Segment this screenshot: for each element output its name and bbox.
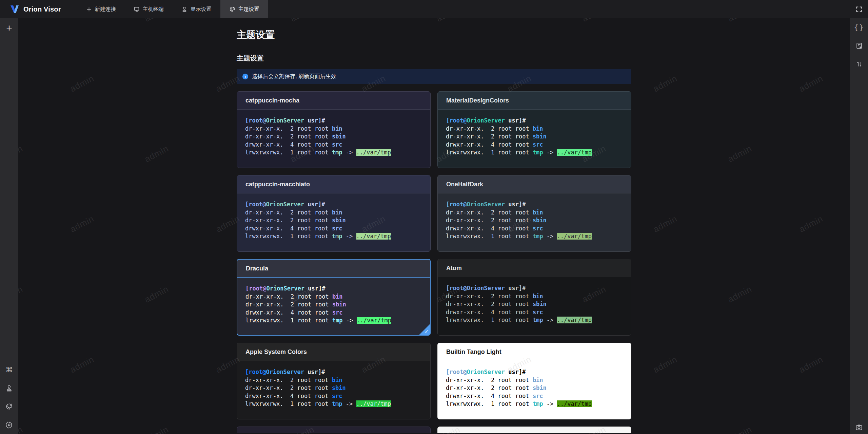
- tab-bar: 新建连接 主机终端 显示设置 主题设置: [77, 0, 268, 18]
- terminal-line: drwxr-xr-x. 4 root root src: [245, 309, 422, 317]
- camera-icon[interactable]: [855, 426, 863, 434]
- palette-icon: [229, 6, 235, 12]
- theme-name: catppuccin-macchiato: [245, 181, 310, 188]
- theme-name: Apple System Colors: [245, 348, 307, 356]
- tab-new-connection[interactable]: 新建连接: [77, 0, 125, 18]
- terminal-preview: [root@OrionServer usr]#dr-xr-xr-x. 2 roo…: [237, 361, 430, 408]
- tab-display-settings[interactable]: 显示设置: [173, 0, 220, 18]
- terminal-line: lrwxrwxrwx. 1 root root tmp -> ../var/tm…: [245, 149, 422, 157]
- symlink-target: ../var/tmp: [356, 149, 391, 156]
- watermark-text: admin: [68, 213, 96, 235]
- terminal-preview: [root@OrionServer usr]#dr-xr-xr-x. 2 roo…: [237, 278, 430, 325]
- terminal-prompt: [root@OrionServer usr]#: [245, 117, 422, 125]
- watermark-text: admin: [726, 424, 754, 434]
- watermark-text: admin: [18, 143, 25, 165]
- terminal-line: dr-xr-xr-x. 2 root root bin: [245, 376, 422, 384]
- watermark-text: admin: [68, 73, 96, 94]
- theme-name: Dracula: [246, 265, 268, 272]
- terminal-line: dr-xr-xr-x. 2 root root sbin: [446, 384, 623, 392]
- watermark-text: admin: [651, 213, 679, 235]
- symlink-target: ../var/tmp: [356, 233, 391, 240]
- tab-label: 显示设置: [191, 6, 212, 13]
- right-rail: {}: [850, 18, 868, 434]
- theme-card[interactable]: Apple System Colors[root@OrionServer usr…: [237, 343, 431, 419]
- stamp-icon: [181, 6, 188, 12]
- sort-arrows-icon[interactable]: [855, 60, 863, 68]
- monitor-icon: [134, 6, 140, 12]
- section-title: 主题设置: [237, 54, 631, 63]
- check-icon: ✓: [425, 329, 429, 334]
- terminal-line: lrwxrwxrwx. 1 root root tmp -> ../var/tm…: [446, 149, 623, 157]
- terminal-prompt: [root@OrionServer usr]#: [245, 285, 422, 293]
- plus-icon[interactable]: +: [6, 23, 12, 33]
- tab-host-terminal[interactable]: 主机终端: [125, 0, 173, 18]
- top-bar: Orion Visor 新建连接 主机终端 显示设置 主题设置: [0, 0, 868, 18]
- symlink-target: ../var/tmp: [557, 149, 592, 156]
- terminal-line: drwxr-xr-x. 4 root root src: [245, 141, 422, 149]
- main-content: 主题设置 主题设置 i 选择后会立刻保存, 刷新页面后生效 catppuccin…: [18, 18, 850, 434]
- theme-card[interactable]: Builtin Tango Light[root@OrionServer usr…: [437, 343, 631, 419]
- theme-card[interactable]: catppuccin-mocha[root@OrionServer usr]#d…: [237, 91, 431, 168]
- terminal-preview: [root@OrionServer usr]#dr-xr-xr-x. 2 roo…: [438, 110, 631, 157]
- theme-card-header: Builtin Tango Light: [438, 343, 631, 361]
- stamp-icon[interactable]: [5, 384, 13, 392]
- theme-card-partial[interactable]: [237, 427, 431, 433]
- terminal-line: dr-xr-xr-x. 2 root root sbin: [446, 133, 623, 141]
- terminal-prompt: [root@OrionServer usr]#: [245, 368, 422, 376]
- watermark-text: admin: [797, 213, 825, 235]
- terminal-line: drwxr-xr-x. 4 root root src: [446, 308, 623, 317]
- alert-text: 选择后会立刻保存, 刷新页面后生效: [252, 73, 336, 80]
- terminal-line: drwxr-xr-x. 4 root root src: [446, 225, 623, 233]
- command-icon[interactable]: ⌘: [5, 366, 13, 374]
- terminal-prompt: [root@OrionServer usr]#: [446, 201, 623, 209]
- terminal-line: dr-xr-xr-x. 2 root root bin: [446, 125, 623, 133]
- terminal-line: dr-xr-xr-x. 2 root root bin: [446, 293, 623, 301]
- app-title: Orion Visor: [23, 5, 61, 13]
- terminal-line: dr-xr-xr-x. 2 root root sbin: [245, 384, 422, 392]
- theme-card-header: MaterialDesignColors: [438, 92, 631, 110]
- theme-name: catppuccin-mocha: [245, 97, 299, 104]
- terminal-prompt: [root@OrionServer usr]#: [446, 117, 623, 125]
- document-bookmark-icon[interactable]: [855, 42, 863, 50]
- tab-theme-settings[interactable]: 主题设置: [220, 0, 268, 18]
- terminal-preview: [root@OrionServer usr]#dr-xr-xr-x. 2 roo…: [237, 110, 430, 157]
- watermark-text: admin: [18, 424, 25, 434]
- watermark-text: admin: [143, 424, 171, 434]
- palette-icon[interactable]: [5, 402, 13, 411]
- terminal-line: dr-xr-xr-x. 2 root root sbin: [446, 216, 623, 225]
- theme-card[interactable]: MaterialDesignColors[root@OrionServer us…: [437, 91, 631, 168]
- fullscreen-icon[interactable]: [850, 0, 868, 18]
- theme-card-partial[interactable]: [437, 427, 631, 433]
- watermark-text: admin: [797, 354, 825, 375]
- tab-label: 主题设置: [238, 6, 259, 13]
- terminal-line: drwxr-xr-x. 4 root root src: [245, 392, 422, 400]
- terminal-line: lrwxrwxrwx. 1 root root tmp -> ../var/tm…: [446, 316, 623, 324]
- terminal-line: drwxr-xr-x. 4 root root src: [446, 392, 623, 400]
- theme-grid: catppuccin-mocha[root@OrionServer usr]#d…: [237, 91, 631, 433]
- watermark-text: admin: [726, 18, 754, 24]
- symlink-target: ../var/tmp: [557, 233, 592, 240]
- braces-icon[interactable]: {}: [855, 23, 863, 32]
- plus-icon: [86, 6, 92, 12]
- terminal-preview: [root@OrionServer usr]#dr-xr-xr-x. 2 roo…: [438, 277, 631, 324]
- watermark-text: admin: [143, 18, 171, 24]
- terminal-line: lrwxrwxrwx. 1 root root tmp -> ../var/tm…: [446, 400, 623, 408]
- terminal-preview: [root@OrionServer usr]#dr-xr-xr-x. 2 roo…: [438, 193, 631, 241]
- theme-name: Builtin Tango Light: [446, 348, 501, 356]
- watermark-text: admin: [651, 354, 679, 375]
- theme-card[interactable]: catppuccin-macchiato[root@OrionServer us…: [237, 175, 431, 252]
- theme-card-header: Dracula: [237, 260, 430, 278]
- theme-card[interactable]: OneHalfDark[root@OrionServer usr]#dr-xr-…: [437, 175, 631, 252]
- theme-card-header: OneHalfDark: [438, 175, 631, 193]
- left-rail-bottom-group: ⌘: [5, 366, 13, 434]
- terminal-prompt: [root@OrionServer usr]#: [446, 284, 623, 293]
- gear-icon[interactable]: [5, 421, 13, 429]
- symlink-target: ../var/tmp: [557, 317, 592, 323]
- watermark-text: admin: [143, 143, 171, 165]
- terminal-prompt: [root@OrionServer usr]#: [245, 201, 422, 209]
- terminal-line: dr-xr-xr-x. 2 root root bin: [245, 209, 422, 217]
- terminal-line: dr-xr-xr-x. 2 root root sbin: [245, 301, 422, 309]
- watermark-text: admin: [68, 354, 96, 375]
- theme-card[interactable]: Atom[root@OrionServer usr]#dr-xr-xr-x. 2…: [437, 259, 631, 336]
- theme-card[interactable]: Dracula[root@OrionServer usr]#dr-xr-xr-x…: [237, 259, 431, 336]
